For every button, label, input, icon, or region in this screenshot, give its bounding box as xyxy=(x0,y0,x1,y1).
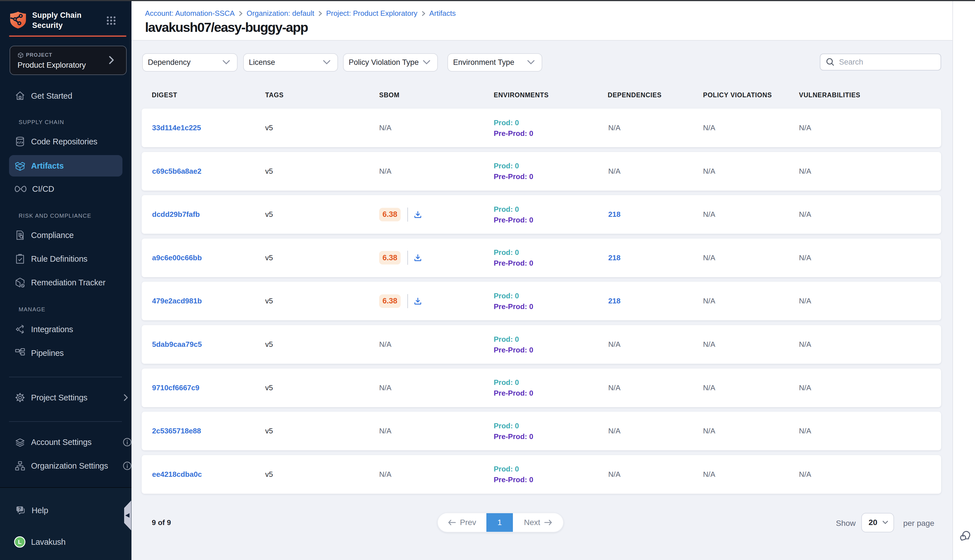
svg-text:?: ? xyxy=(18,506,21,512)
